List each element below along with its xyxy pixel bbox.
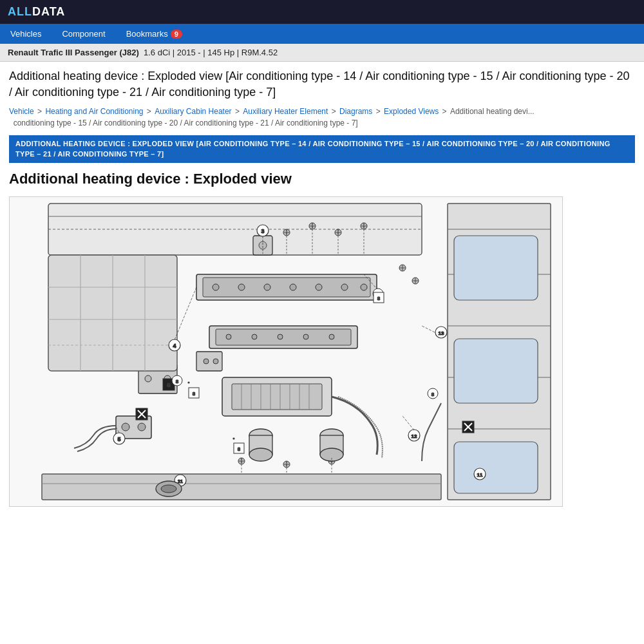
svg-point-26	[226, 334, 231, 339]
svg-point-28	[278, 334, 283, 339]
svg-text:8: 8	[431, 392, 435, 397]
svg-point-20	[290, 284, 296, 290]
svg-text:4: 4	[173, 343, 176, 349]
bookmarks-badge: 9	[171, 30, 182, 39]
svg-point-18	[238, 284, 245, 290]
svg-text:5: 5	[117, 436, 120, 442]
svg-rect-12	[454, 442, 538, 493]
breadcrumb-heating[interactable]: Heating and Air Conditioning	[45, 107, 143, 116]
svg-point-29	[303, 334, 308, 339]
vehicle-name: Renault Trafic III Passenger (J82)	[8, 48, 139, 57]
svg-point-23	[361, 284, 367, 290]
svg-point-42	[122, 423, 129, 431]
svg-point-81	[249, 448, 272, 461]
breadcrumb-diagrams[interactable]: Diagrams	[339, 107, 372, 116]
breadcrumb-vehicle[interactable]: Vehicle	[9, 107, 34, 116]
svg-text:12: 12	[412, 433, 417, 439]
menu-bar: Vehicles Component Bookmarks 9	[0, 24, 644, 44]
top-bar: ALLDATA	[0, 0, 644, 24]
svg-point-21	[316, 284, 322, 290]
svg-text:8: 8	[176, 379, 179, 384]
page-title: Additional heating device : Exploded vie…	[9, 68, 635, 100]
svg-rect-10	[454, 236, 538, 300]
menu-component-label: Component	[62, 29, 105, 39]
svg-point-84	[213, 359, 218, 364]
breadcrumb-auxiliary-cabin[interactable]: Auxiliary Cabin Heater	[155, 107, 231, 116]
svg-text:8: 8	[238, 446, 241, 452]
svg-rect-13	[42, 474, 441, 500]
main-content: Additional heating device : Exploded vie…	[0, 62, 644, 513]
svg-point-30	[329, 334, 334, 339]
svg-rect-11	[454, 339, 538, 403]
svg-text:13: 13	[439, 330, 444, 336]
svg-text:11: 11	[477, 472, 483, 478]
menu-bookmarks-label: Bookmarks	[126, 29, 168, 39]
svg-point-22	[341, 284, 348, 290]
menu-bookmarks[interactable]: Bookmarks 9	[116, 24, 193, 44]
breadcrumb-auxiliary-heater[interactable]: Auxiliary Heater Element	[243, 107, 328, 116]
svg-point-142	[161, 485, 176, 493]
vehicle-bar: Renault Trafic III Passenger (J82) 1.6 d…	[0, 44, 644, 62]
diagram-container: 3 8 8 8 8 4 5	[9, 196, 563, 507]
menu-vehicles[interactable]: Vehicles	[0, 24, 52, 44]
blue-header-bar: ADDITIONAL HEATING DEVICE : EXPLODED VIE…	[9, 135, 635, 163]
section-heading: Additional heating device : Exploded vie…	[9, 171, 635, 187]
svg-point-17	[213, 284, 219, 290]
svg-point-45	[259, 242, 267, 249]
exploded-view-diagram: 3 8 8 8 8 4 5	[10, 197, 563, 506]
svg-rect-32	[232, 384, 322, 410]
alldata-logo: ALLDATA	[8, 5, 65, 19]
menu-vehicles-label: Vehicles	[10, 29, 41, 39]
svg-text:8: 8	[167, 382, 170, 388]
menu-component[interactable]: Component	[52, 24, 115, 44]
svg-point-19	[264, 284, 270, 290]
svg-point-83	[204, 359, 209, 364]
breadcrumb: Vehicle > Heating and Air Conditioning >…	[9, 106, 635, 129]
svg-point-74	[145, 375, 151, 382]
breadcrumb-exploded-views[interactable]: Exploded Views	[384, 107, 439, 116]
vehicle-specs: 1.6 dCi | 2015 - | 145 Hp | R9M.4.52	[141, 48, 278, 57]
svg-text:3: 3	[261, 228, 264, 234]
blue-header-text: ADDITIONAL HEATING DEVICE : EXPLODED VIE…	[15, 140, 611, 157]
svg-point-43	[138, 423, 146, 431]
svg-point-114	[188, 382, 189, 383]
svg-text:8: 8	[193, 391, 196, 397]
svg-point-27	[252, 334, 257, 339]
svg-text:8: 8	[377, 296, 381, 301]
svg-text:21: 21	[178, 479, 183, 484]
svg-point-117	[233, 438, 234, 439]
